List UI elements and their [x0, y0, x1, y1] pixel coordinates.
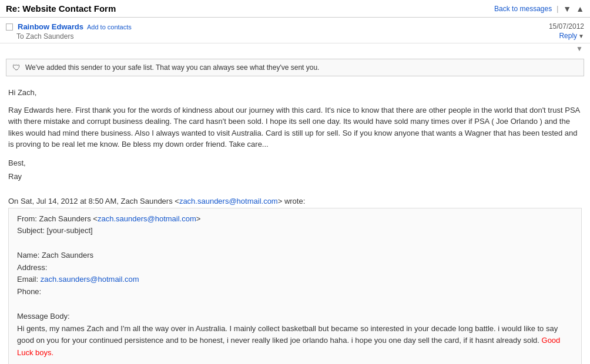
quoted-phone: Phone:	[17, 286, 573, 298]
reply-section: Reply ▼	[559, 32, 584, 40]
message-date: 15/07/2012	[549, 22, 584, 31]
sender-name: Rainbow Edwards	[18, 22, 83, 31]
email-signoff2: Ray	[8, 171, 582, 183]
chevron-down-icon[interactable]: ▼	[576, 45, 583, 53]
quoted-address: Address:	[17, 262, 573, 274]
sender-top: Rainbow Edwards Add to contacts	[6, 22, 132, 31]
back-to-messages-link[interactable]: Back to messages	[494, 5, 552, 13]
sender-right: 15/07/2012 Reply ▼	[549, 22, 584, 40]
quoted-message-label: Message Body:	[17, 311, 573, 323]
quoted-intro-text: On Sat, Jul 14, 2012 at 8:50 AM, Zach Sa…	[8, 197, 305, 205]
safe-list-text: We've added this sender to your safe lis…	[25, 63, 319, 72]
quoted-from-email-link[interactable]: zach.saunders@hotmail.com	[98, 214, 196, 223]
sender-row: Rainbow Edwards Add to contacts To Zach …	[0, 18, 590, 43]
email-paragraph: Ray Edwards here. First thank you for th…	[8, 105, 582, 150]
quoted-email: Email: zach.saunders@hotmail.com	[17, 274, 573, 286]
quoted-message-text: Hi gents, my names Zach and I'm all the …	[17, 324, 558, 345]
arrow-up-icon[interactable]: ▲	[576, 4, 584, 14]
quoted-block: From: Zach Saunders <zach.saunders@hotma…	[8, 208, 582, 365]
email-body: Hi Zach, Ray Edwards here. First thank y…	[0, 81, 590, 191]
shield-icon: 🛡	[12, 63, 21, 72]
header-bar: Re: Website Contact Form Back to message…	[0, 0, 590, 18]
email-greeting: Hi Zach,	[8, 87, 582, 99]
header-actions: Back to messages | ▼ ▲	[494, 4, 584, 14]
quoted-intro-email-link[interactable]: zach.saunders@hotmail.com	[179, 197, 278, 205]
quoted-name: Name: Zach Saunders	[17, 250, 573, 262]
arrow-down-icon[interactable]: ▼	[563, 4, 571, 14]
quoted-message-body: Hi gents, my names Zach and I'm all the …	[17, 323, 573, 359]
add-to-contacts-link[interactable]: Add to contacts	[87, 23, 132, 31]
message-checkbox[interactable]	[6, 23, 13, 31]
pipe-divider: |	[557, 5, 558, 13]
quoted-subject: Subject: [your-subject]	[17, 225, 573, 237]
reply-dropdown-icon[interactable]: ▼	[578, 33, 584, 39]
safe-list-notice: 🛡 We've added this sender to your safe l…	[6, 59, 584, 76]
email-subject-title: Re: Website Contact Form	[6, 4, 116, 14]
quoted-from: From: Zach Saunders <zach.saunders@hotma…	[17, 213, 573, 225]
quoted-email-link[interactable]: zach.saunders@hotmail.com	[41, 275, 139, 284]
sender-to: To Zach Saunders	[16, 32, 132, 41]
email-signoff1: Best,	[8, 157, 582, 169]
chevron-row: ▼	[0, 43, 590, 54]
sender-left: Rainbow Edwards Add to contacts To Zach …	[6, 22, 132, 41]
reply-button[interactable]: Reply	[559, 32, 577, 40]
quoted-intro: On Sat, Jul 14, 2012 at 8:50 AM, Zach Sa…	[8, 197, 582, 205]
